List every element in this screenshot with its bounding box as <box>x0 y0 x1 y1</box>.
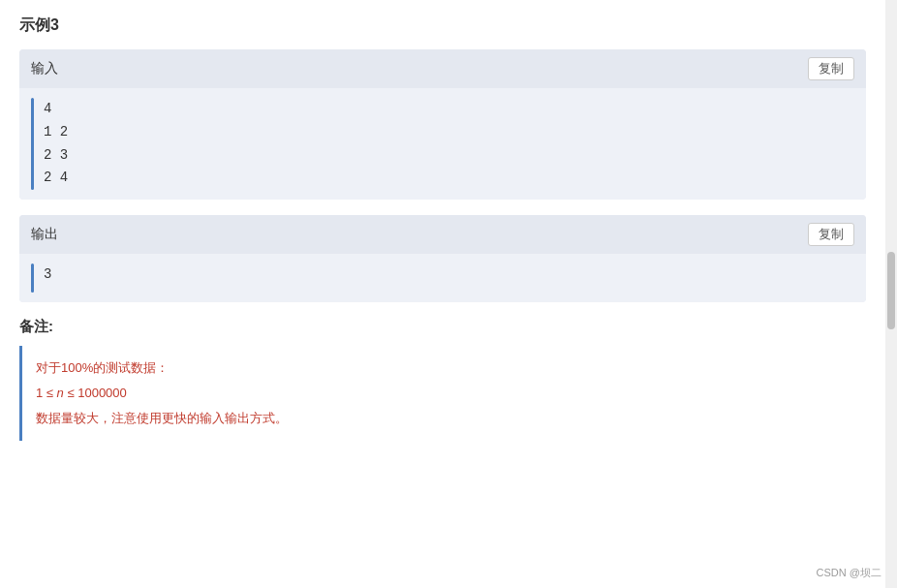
input-label: 输入 <box>31 60 58 77</box>
output-copy-button[interactable]: 复制 <box>808 223 854 246</box>
output-left-border <box>31 263 34 293</box>
section-title: 示例3 <box>19 15 866 36</box>
output-box: 输出 复制 3 <box>19 215 866 302</box>
remarks-line-2: 1 ≤ n ≤ 1000000 <box>36 381 852 406</box>
remarks-title: 备注: <box>19 318 866 336</box>
input-box: 输入 复制 4 1 2 2 3 2 4 <box>19 49 866 200</box>
output-line-1: 3 <box>44 263 51 287</box>
output-code-content: 3 <box>44 263 51 293</box>
remarks-section: 备注: 对于100%的测试数据： 1 ≤ n ≤ 1000000 数据量较大，注… <box>19 318 866 441</box>
remarks-box: 对于100%的测试数据： 1 ≤ n ≤ 1000000 数据量较大，注意使用更… <box>19 346 866 441</box>
output-box-body: 3 <box>19 254 866 302</box>
input-code-content: 4 1 2 2 3 2 4 <box>44 98 68 190</box>
input-box-header: 输入 复制 <box>19 49 866 88</box>
input-copy-button[interactable]: 复制 <box>808 57 854 80</box>
scrollbar-thumb[interactable] <box>887 252 895 329</box>
remarks-line-3: 数据量较大，注意使用更快的输入输出方式。 <box>36 406 852 431</box>
input-box-body: 4 1 2 2 3 2 4 <box>19 88 866 200</box>
remarks-line-1: 对于100%的测试数据： <box>36 356 852 381</box>
input-line-1: 4 <box>44 98 68 121</box>
input-line-4: 2 4 <box>44 167 68 190</box>
input-line-3: 2 3 <box>44 144 68 168</box>
scrollbar[interactable] <box>885 0 897 588</box>
input-left-border <box>31 98 34 190</box>
output-label: 输出 <box>31 226 58 243</box>
input-line-2: 1 2 <box>44 121 68 144</box>
output-box-header: 输出 复制 <box>19 215 866 254</box>
footer-credit: CSDN @坝二 <box>817 566 882 580</box>
